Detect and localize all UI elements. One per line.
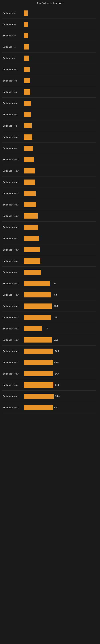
bar-row: Bottleneck result xyxy=(2,199,96,210)
bar-value: 50 xyxy=(54,294,57,296)
bar: 53.3 xyxy=(24,405,52,410)
bar-label: Bottleneck result xyxy=(2,361,24,364)
bar-wrap xyxy=(24,267,96,278)
bar-wrap xyxy=(24,222,96,233)
bar-row: Bottleneck result xyxy=(2,188,96,199)
bar-wrap: 52.3 xyxy=(24,334,96,345)
bar-label: Bottleneck re xyxy=(2,46,24,48)
bar-label: Bottleneck re xyxy=(2,23,24,26)
bar: 54.8 xyxy=(24,382,53,388)
bar-label: Bottleneck result xyxy=(2,294,24,296)
bar-label: Bottleneck re xyxy=(2,12,24,14)
bar-wrap xyxy=(24,132,96,142)
bar-row: Bottleneck resu xyxy=(2,143,96,154)
bar-row: Bottleneck result4 xyxy=(2,323,96,334)
bar-wrap: 4 xyxy=(24,323,96,334)
bar-label: Bottleneck re xyxy=(2,57,24,59)
bar-wrap xyxy=(24,120,96,131)
bar-value: 53.3 xyxy=(54,406,59,409)
bar-wrap xyxy=(24,176,96,188)
bar-label: Bottleneck res xyxy=(2,80,24,82)
bar-value: 49 xyxy=(53,282,56,285)
bar xyxy=(24,22,28,27)
bar-value: 4 xyxy=(47,328,48,330)
bar-row: Bottleneck result53.5 xyxy=(2,357,96,368)
bar-row: Bottleneck result52.3 xyxy=(2,334,96,346)
bar xyxy=(24,258,40,264)
bar: 51 xyxy=(24,315,51,320)
bar-label: Bottleneck result xyxy=(2,328,24,330)
bar-label: Bottleneck result xyxy=(2,192,24,194)
bar-row: Bottleneck result xyxy=(2,233,96,244)
bar-wrap: 54.8 xyxy=(24,379,96,390)
bar-wrap: 52.4 xyxy=(24,300,96,312)
bar-label: Bottleneck result xyxy=(2,384,24,386)
bar-value: 52.4 xyxy=(54,305,58,307)
bar xyxy=(24,78,30,83)
chart-container: Bottleneck reBottleneck reBottleneck reB… xyxy=(0,6,100,415)
bar-wrap xyxy=(24,256,96,266)
bar xyxy=(24,202,36,207)
bar xyxy=(24,10,28,16)
bar-label: Bottleneck res xyxy=(2,102,24,104)
bar xyxy=(24,33,28,38)
bar-row: Bottleneck result54.1 xyxy=(2,346,96,357)
bar-row: Bottleneck result xyxy=(2,256,96,267)
bar xyxy=(24,236,39,241)
bar-row: Bottleneck result54.4 xyxy=(2,368,96,379)
bar-wrap xyxy=(24,19,96,30)
bar-wrap xyxy=(24,8,96,18)
bar xyxy=(24,191,36,196)
bar-label: Bottleneck resu xyxy=(2,147,24,150)
bar-label: Bottleneck result xyxy=(2,271,24,274)
bar-row: Bottleneck result xyxy=(2,244,96,256)
bar: 49 xyxy=(24,281,50,286)
bar-label: Bottleneck result xyxy=(2,248,24,251)
bar-row: Bottleneck re xyxy=(2,30,96,41)
bar-row: Bottleneck result xyxy=(2,176,96,188)
bar-row: Bottleneck result xyxy=(2,210,96,222)
bar-row: Bottleneck result xyxy=(2,267,96,278)
bar xyxy=(24,89,30,94)
bar-label: Bottleneck result xyxy=(2,260,24,262)
bar: 4 xyxy=(24,326,42,331)
bar-wrap xyxy=(24,244,96,255)
bar-label: Bottleneck result xyxy=(2,226,24,228)
bar-row: Bottleneck res xyxy=(2,98,96,109)
bar-row: Bottleneck res xyxy=(2,120,96,132)
bar xyxy=(24,270,41,275)
bar: 55.3 xyxy=(24,394,53,399)
bar-row: Bottleneck re xyxy=(2,8,96,19)
bar-value: 54.8 xyxy=(55,384,59,386)
bar-row: Bottleneck res xyxy=(2,64,96,75)
bar-row: Bottleneck result50 xyxy=(2,289,96,300)
bar-wrap xyxy=(24,64,96,75)
bar-wrap: 49 xyxy=(24,278,96,289)
bar-label: Bottleneck result xyxy=(2,282,24,285)
bar-wrap: 55.3 xyxy=(24,391,96,402)
bar-label: Bottleneck result xyxy=(2,237,24,240)
bar-wrap xyxy=(24,86,96,98)
bar-label: Bottleneck result xyxy=(2,395,24,398)
bar-label: Bottleneck res xyxy=(2,91,24,93)
bar-wrap xyxy=(24,233,96,244)
bar-row: Bottleneck result xyxy=(2,222,96,233)
bar-wrap xyxy=(24,52,96,64)
bar-wrap xyxy=(24,109,96,120)
bar xyxy=(24,213,38,218)
bar-row: Bottleneck re xyxy=(2,52,96,64)
bar-wrap xyxy=(24,143,96,154)
bar xyxy=(24,100,31,106)
bar xyxy=(24,180,35,185)
bar-row: Bottleneck result54.8 xyxy=(2,379,96,391)
bar: 54.1 xyxy=(24,348,53,354)
bar-wrap xyxy=(24,165,96,176)
bar-row: Bottleneck resu xyxy=(2,132,96,143)
bar-row: Bottleneck res xyxy=(2,75,96,86)
bar xyxy=(24,247,40,252)
bar-wrap xyxy=(24,210,96,222)
bar-label: Bottleneck result xyxy=(2,215,24,217)
bar xyxy=(24,44,29,50)
bar-wrap xyxy=(24,98,96,109)
bar-value: 52.3 xyxy=(54,339,58,341)
